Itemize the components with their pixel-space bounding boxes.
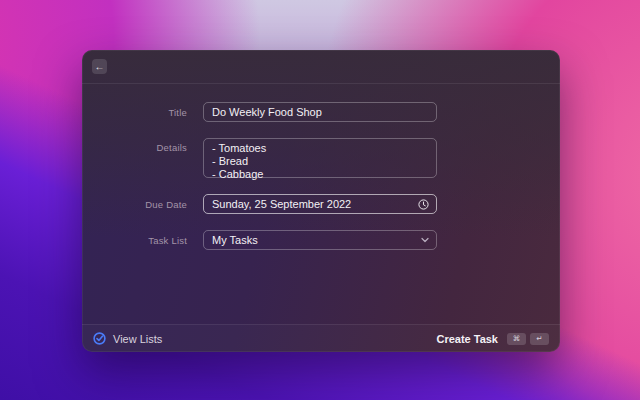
command-key-badge: ⌘ <box>507 333 526 345</box>
task-list-select[interactable]: My Tasks <box>203 230 437 250</box>
view-lists-button[interactable]: View Lists <box>93 332 162 345</box>
check-circle-icon <box>93 332 106 345</box>
back-arrow-icon: ← <box>95 62 105 72</box>
details-label: Details <box>82 138 203 153</box>
title-label: Title <box>82 107 203 118</box>
task-list-value: My Tasks <box>212 234 258 246</box>
back-button[interactable]: ← <box>92 59 107 74</box>
title-row: Title Do Weekly Food Shop <box>82 102 560 122</box>
view-lists-label: View Lists <box>113 333 162 345</box>
due-date-field[interactable]: Sunday, 25 September 2022 <box>203 194 437 214</box>
due-date-row: Due Date Sunday, 25 September 2022 <box>82 194 560 214</box>
create-task-area: Create Task ⌘ ↵ <box>436 333 549 345</box>
create-task-button[interactable]: Create Task <box>436 333 498 345</box>
due-date-label: Due Date <box>82 199 203 210</box>
task-form: Title Do Weekly Food Shop Details - Toma… <box>82 84 560 250</box>
task-list-label: Task List <box>82 235 203 246</box>
due-date-value: Sunday, 25 September 2022 <box>212 198 351 210</box>
details-textarea[interactable]: - Tomatoes - Bread - Cabbage <box>203 138 437 178</box>
window-footer: View Lists Create Task ⌘ ↵ <box>82 324 560 352</box>
title-input[interactable]: Do Weekly Food Shop <box>203 102 437 122</box>
task-list-row: Task List My Tasks <box>82 230 560 250</box>
details-row: Details - Tomatoes - Bread - Cabbage <box>82 138 560 178</box>
window-header: ← <box>82 50 560 84</box>
quick-add-task-window: ← Title Do Weekly Food Shop Details - To… <box>82 50 560 352</box>
chevron-down-icon <box>421 237 429 243</box>
return-key-badge: ↵ <box>530 333 549 345</box>
clock-icon <box>418 199 429 210</box>
